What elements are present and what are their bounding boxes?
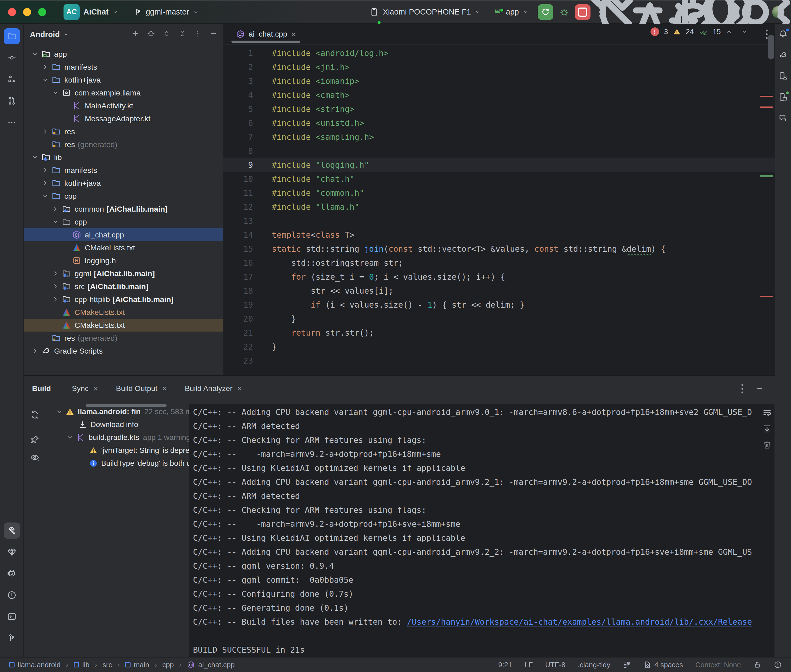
- tool-window-button-gradle[interactable]: [776, 48, 790, 62]
- build-tree-item[interactable]: Download info: [47, 418, 189, 431]
- tree-item-res[interactable]: res(generated): [24, 138, 223, 151]
- tool-window-button-notifications[interactable]: [776, 27, 790, 41]
- build-tree-item[interactable]: BuildType 'debug' is both de: [47, 457, 189, 470]
- tool-window-button-app-quality-insights[interactable]: [4, 544, 20, 560]
- tree-item-cmakelists-txt[interactable]: CMakeLists.txt: [24, 318, 223, 331]
- tree-item-manifests[interactable]: manifests: [24, 61, 223, 74]
- console-file-link[interactable]: /Users/hanyin/Workspace/ai-chat/examples…: [407, 617, 752, 627]
- status-ai-context[interactable]: Context: None: [695, 661, 741, 669]
- options-menu-button[interactable]: [194, 30, 202, 40]
- build-panel-title[interactable]: Build: [32, 384, 51, 393]
- run-configuration[interactable]: app: [493, 7, 529, 17]
- tree-item-ggml[interactable]: ggml[AiChat.lib.main]: [24, 267, 223, 280]
- close-button[interactable]: [8, 8, 16, 16]
- re-sync-button[interactable]: [30, 410, 40, 421]
- view-options-button[interactable]: [30, 453, 40, 463]
- status-encoding[interactable]: UTF-8: [545, 661, 565, 669]
- tool-window-button-version-control[interactable]: [4, 630, 20, 646]
- close-tab-icon[interactable]: ×: [291, 30, 296, 38]
- editor-tab[interactable]: C ai_chat.cpp ×: [230, 24, 302, 44]
- tree-item-cpp-httplib[interactable]: cpp-httplib[AiChat.lib.main]: [24, 293, 223, 306]
- clear-all-button[interactable]: [762, 440, 772, 451]
- close-tab-icon[interactable]: ×: [237, 384, 242, 393]
- build-console[interactable]: C/C++: -- Using KleidiAI optimized kerne…: [189, 404, 775, 657]
- breadcrumb-llama-android[interactable]: llama.android: [9, 661, 61, 669]
- tree-item-gradle-scripts[interactable]: Gradle Scripts: [24, 344, 223, 357]
- hide-panel-button[interactable]: [209, 30, 217, 40]
- tool-window-button-structure[interactable]: [4, 71, 20, 87]
- tool-window-button-running-devices[interactable]: [776, 90, 790, 104]
- project-view-selector[interactable]: Android: [30, 30, 60, 39]
- settings-button[interactable]: [749, 6, 761, 18]
- tree-item-common[interactable]: common[AiChat.lib.main]: [24, 203, 223, 215]
- soft-wrap-button[interactable]: [762, 408, 772, 419]
- tool-window-button-project[interactable]: [4, 28, 20, 44]
- tree-item-kotlin-java[interactable]: kotlin+java: [24, 177, 223, 190]
- scroll-to-end-button[interactable]: [762, 424, 772, 435]
- tool-window-button-build-tool-window[interactable]: [4, 523, 20, 539]
- status-file-lock[interactable]: [753, 661, 761, 669]
- error-stripe-mark[interactable]: [760, 107, 773, 108]
- change-stripe-mark[interactable]: [760, 175, 773, 177]
- tree-item-manifests[interactable]: manifests: [24, 164, 223, 177]
- tool-window-button-logcat[interactable]: [4, 565, 20, 582]
- error-stripe-mark[interactable]: [760, 96, 773, 97]
- tree-item-cmakelists-txt[interactable]: CMakeLists.txt: [24, 306, 223, 318]
- locate-opened-file-button[interactable]: [147, 30, 155, 40]
- breadcrumb-main[interactable]: main: [125, 661, 149, 669]
- tree-item-kotlin-java[interactable]: kotlin+java: [24, 74, 223, 86]
- breadcrumb-lib[interactable]: lib: [74, 661, 90, 669]
- inspections-widget[interactable]: ! 3 24 15: [650, 27, 748, 36]
- build-tree-item[interactable]: 'jvmTarget: String' is deprec: [47, 444, 189, 457]
- tree-item-ai-chat-cpp[interactable]: Cai_chat.cpp: [24, 228, 223, 241]
- tool-window-button-more-tool-windows[interactable]: [4, 114, 20, 130]
- tree-item-cmakelists-txt[interactable]: CMakeLists.txt: [24, 241, 223, 254]
- project-widget[interactable]: AC AiChat: [64, 4, 118, 20]
- tool-window-button-pull-requests[interactable]: [4, 93, 20, 109]
- status-inspections-status[interactable]: [774, 661, 782, 669]
- expand-all-button[interactable]: [162, 30, 171, 40]
- console-scrollbar[interactable]: [775, 404, 775, 657]
- close-tab-icon[interactable]: ×: [93, 384, 98, 393]
- tool-window-button-problems[interactable]: [4, 587, 20, 603]
- status-line-separator[interactable]: LF: [525, 661, 533, 669]
- pin-tab-button[interactable]: [30, 435, 40, 446]
- tree-item-lib[interactable]: lib: [24, 151, 223, 164]
- device-selector[interactable]: Xiaomi POCOPHONE F1: [369, 7, 480, 17]
- build-tab-build-output[interactable]: Build Output×: [116, 384, 167, 393]
- zoom-button[interactable]: [38, 8, 46, 16]
- tree-item-messageadapter-kt[interactable]: MessageAdapter.kt: [24, 112, 223, 125]
- tree-item-res[interactable]: res: [24, 125, 223, 138]
- build-tree-item[interactable]: llama.android: fin22 sec, 583 ms: [47, 405, 189, 418]
- tree-item-cpp[interactable]: cpp: [24, 215, 223, 228]
- status-code-style[interactable]: [623, 661, 631, 669]
- add-button[interactable]: [132, 30, 140, 40]
- close-tab-icon[interactable]: ×: [162, 384, 167, 393]
- status-indent[interactable]: 4 spaces: [643, 661, 683, 669]
- breadcrumb-ai-chat-cpp[interactable]: Cai_chat.cpp: [187, 661, 235, 669]
- vcs-widget[interactable]: ggml-master: [134, 8, 199, 16]
- build-tab-sync[interactable]: Sync×: [72, 384, 98, 393]
- next-problem-icon[interactable]: [741, 28, 748, 35]
- breadcrumb-src[interactable]: src: [103, 661, 112, 669]
- tree-item-res[interactable]: res(generated): [24, 331, 223, 344]
- status-clang-tidy[interactable]: .clang-tidy: [578, 661, 610, 669]
- tree-item-app[interactable]: app: [24, 48, 223, 61]
- editor-scrollbar[interactable]: [768, 35, 774, 59]
- tool-window-button-terminal[interactable]: [4, 608, 20, 625]
- code-area[interactable]: 1#include <android/log.h>2#include <jni.…: [223, 45, 775, 375]
- error-stripe-mark[interactable]: [760, 296, 773, 297]
- tree-item-logging-h[interactable]: logging.h: [24, 254, 223, 267]
- collapse-all-button[interactable]: [178, 30, 186, 40]
- tree-item-cpp[interactable]: cpp: [24, 190, 223, 203]
- tool-window-button-device-manager[interactable]: [776, 69, 790, 83]
- tool-window-button-commit[interactable]: [4, 50, 20, 66]
- minimize-button[interactable]: [23, 8, 31, 16]
- build-tab-build-analyzer[interactable]: Build Analyzer×: [185, 384, 242, 393]
- hide-build-panel-icon[interactable]: [756, 384, 764, 393]
- debug-button[interactable]: [558, 6, 571, 19]
- status-caret-position[interactable]: 9:21: [498, 661, 512, 669]
- tool-window-button-gemini[interactable]: [776, 111, 790, 125]
- breadcrumb-cpp[interactable]: cpp: [162, 661, 174, 669]
- prev-problem-icon[interactable]: [725, 28, 733, 35]
